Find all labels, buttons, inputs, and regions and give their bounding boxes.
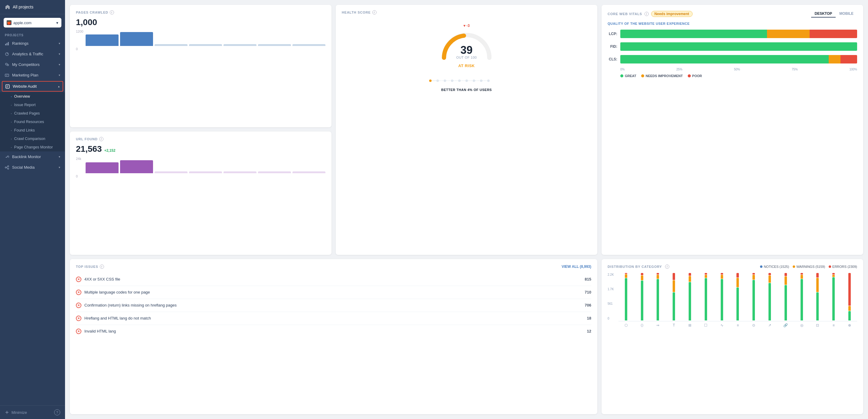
sub-nav-item-crawled-pages[interactable]: Crawled Pages bbox=[0, 109, 65, 118]
notices-dot bbox=[760, 265, 763, 268]
minimize-label: Minimize bbox=[11, 410, 27, 415]
gauge-container: 39 OUT OF 100 bbox=[439, 29, 494, 59]
url-found-value: 21,563 bbox=[76, 144, 102, 154]
sub-nav-item-found-links[interactable]: Found Links bbox=[0, 126, 65, 134]
cwv-tab-mobile[interactable]: MOBILE bbox=[836, 10, 857, 18]
sidebar-item-analytics[interactable]: Analytics & Traffic ▾ bbox=[0, 49, 65, 59]
cwv-header: CORE WEB VITALS i Needs improvement DESK… bbox=[608, 10, 857, 18]
dist-col-0 bbox=[619, 273, 633, 320]
sidebar-item-backlink-monitor[interactable]: Backlink Monitor ▾ bbox=[0, 152, 65, 162]
issue-row-2[interactable]: Multiple language codes for one page 710 bbox=[76, 286, 591, 299]
url-bar-6 bbox=[258, 171, 291, 173]
project-selector[interactable]: 🍎 apple.com ▾ bbox=[4, 18, 61, 28]
sub-nav-crawled-pages-label: Crawled Pages bbox=[14, 111, 40, 116]
sidebar-item-competitors[interactable]: My Competitors ▾ bbox=[0, 59, 65, 70]
dist-info-icon[interactable]: i bbox=[665, 264, 669, 269]
dist-chart bbox=[619, 273, 857, 321]
svg-point-22 bbox=[465, 79, 468, 82]
pages-crawled-chart: 1200 0 bbox=[76, 30, 326, 51]
health-score-info-icon[interactable]: i bbox=[372, 10, 376, 14]
help-icon[interactable]: ? bbox=[54, 409, 60, 415]
issue-text-1: 4XX or 5XX CSS file bbox=[84, 277, 582, 282]
sidebar-item-marketing[interactable]: Marketing Plan ▾ bbox=[0, 70, 65, 80]
dist-col-10 bbox=[778, 273, 793, 320]
cwv-badge: Needs improvement bbox=[651, 11, 692, 17]
better-than-pct: 4% bbox=[467, 88, 472, 92]
better-than: BETTER THAN 4% OF USERS bbox=[441, 88, 492, 92]
sidebar-item-rankings[interactable]: Rankings ▾ bbox=[0, 38, 65, 49]
cwv-subtitle: QUALITY OF THE WEBSITE USER EXPERIENCE bbox=[608, 22, 857, 25]
chevron-icon-social: ▾ bbox=[59, 166, 60, 169]
dist-header: DISTRIBUTION BY CATEGORY i NOTICES (1525… bbox=[608, 264, 857, 269]
url-bar-1 bbox=[86, 162, 119, 173]
issue-icon-3 bbox=[76, 302, 81, 308]
analytics-icon bbox=[5, 52, 9, 56]
sidebar-item-competitors-label: My Competitors bbox=[12, 62, 40, 67]
issue-icon-4 bbox=[76, 316, 81, 321]
top-issues-info-icon[interactable]: i bbox=[100, 264, 104, 269]
view-all-link[interactable]: VIEW ALL (8,993) bbox=[562, 264, 591, 269]
url-found-card: URL FOUND i 21,563 +2,152 24k 0 bbox=[70, 131, 332, 255]
bar-5 bbox=[223, 44, 256, 46]
health-score-label: HEALTH SCORE i bbox=[342, 10, 591, 14]
sub-nav-item-crawl-comparison[interactable]: Crawl Comparison bbox=[0, 134, 65, 143]
chart-top-label: 1200 bbox=[76, 30, 83, 33]
cwv-legend-needs-label: NEEDS IMPROVEMENT bbox=[646, 74, 683, 78]
url-found-label: URL FOUND i bbox=[76, 137, 326, 141]
cwv-legend-great: GREAT bbox=[620, 74, 636, 78]
chevron-down-icon: ▾ bbox=[56, 21, 58, 25]
great-dot bbox=[620, 74, 623, 77]
issue-text-4: Hreflang and HTML lang do not match bbox=[84, 316, 584, 320]
errors-label: ERRORS (2309) bbox=[832, 265, 857, 268]
dist-legend-errors: ERRORS (2309) bbox=[829, 265, 857, 268]
cwv-tab-desktop[interactable]: DESKTOP bbox=[811, 10, 836, 18]
chevron-icon: ▾ bbox=[59, 42, 60, 45]
bar-1 bbox=[86, 34, 119, 46]
warnings-label: WARNINGS (5159) bbox=[796, 265, 825, 268]
sidebar-header[interactable]: All projects bbox=[0, 0, 65, 14]
cwv-lcp-great bbox=[620, 30, 767, 38]
dist-icon-8: ⊙ bbox=[746, 323, 761, 327]
notices-label: NOTICES (1525) bbox=[764, 265, 789, 268]
issue-icon-1 bbox=[76, 277, 81, 282]
sub-nav-item-issue-report[interactable]: Issue Report bbox=[0, 101, 65, 109]
url-found-info-icon[interactable]: i bbox=[99, 137, 103, 141]
pages-crawled-info-icon[interactable]: i bbox=[110, 10, 114, 14]
sidebar-item-social-media[interactable]: Social Media ▾ bbox=[0, 162, 65, 172]
sub-nav-item-overview[interactable]: Overview bbox=[0, 92, 65, 101]
sidebar-item-website-audit[interactable]: Website Audit ▴ bbox=[2, 81, 63, 92]
dist-col-6 bbox=[714, 273, 730, 320]
issue-row-5[interactable]: Invalid HTML lang 12 bbox=[76, 325, 591, 338]
issue-row-4[interactable]: Hreflang and HTML lang do not match 18 bbox=[76, 312, 591, 325]
issue-row-3[interactable]: Confirmation (return) links missing on h… bbox=[76, 299, 591, 312]
svg-point-5 bbox=[7, 64, 9, 66]
rankings-icon bbox=[5, 41, 9, 46]
dist-title: DISTRIBUTION BY CATEGORY bbox=[608, 265, 662, 268]
sidebar-item-marketing-label: Marketing Plan bbox=[12, 73, 38, 77]
issue-icon-5 bbox=[76, 329, 81, 334]
competitors-icon bbox=[5, 63, 9, 67]
x-75: 75% bbox=[792, 68, 798, 71]
svg-point-10 bbox=[7, 168, 9, 169]
cwv-cls-needs bbox=[829, 55, 840, 63]
sub-nav-item-found-resources[interactable]: Found Resources bbox=[0, 118, 65, 126]
dist-icon-0: ⬡ bbox=[619, 323, 633, 327]
url-bar-5 bbox=[223, 171, 256, 173]
url-bar-7 bbox=[292, 171, 326, 173]
sub-nav-item-page-changes[interactable]: Page Changes Monitor bbox=[0, 143, 65, 152]
errors-dot bbox=[829, 265, 831, 268]
top-issues-header: TOP ISSUES i VIEW ALL (8,993) bbox=[76, 264, 591, 269]
sidebar-footer[interactable]: Minimize ? bbox=[0, 406, 65, 419]
issue-row-1[interactable]: 4XX or 5XX CSS file 815 bbox=[76, 273, 591, 286]
url-bar-3 bbox=[155, 171, 187, 173]
url-chart-top: 24k bbox=[76, 157, 81, 161]
cwv-legend-poor: POOR bbox=[688, 74, 702, 78]
cwv-label: CORE WEB VITALS bbox=[608, 12, 642, 16]
dist-col-5 bbox=[698, 273, 713, 320]
cwv-info-icon[interactable]: i bbox=[645, 12, 649, 16]
x-100: 100% bbox=[849, 68, 857, 71]
dist-icons-row: ⬡⟨⟩⇒T⊞☐∿≡⊙↗🔗◎⊡≡⊕ bbox=[619, 323, 857, 327]
cwv-cls-track bbox=[620, 55, 857, 63]
svg-point-20 bbox=[458, 79, 461, 82]
sidebar-item-website-audit-label: Website Audit bbox=[13, 84, 37, 89]
